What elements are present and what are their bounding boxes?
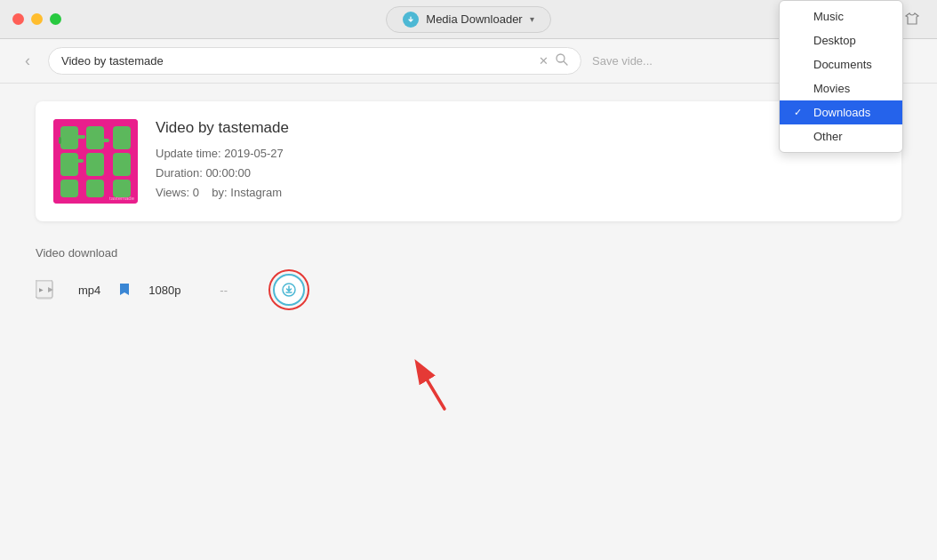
svg-rect-14 bbox=[75, 135, 85, 139]
dropdown-label-downloads: Downloads bbox=[813, 106, 870, 119]
check-icon-downloads: ✓ bbox=[794, 107, 806, 118]
update-time-label: Update time: bbox=[156, 147, 221, 160]
video-meta: Update time: 2019-05-27 Duration: 00:00:… bbox=[156, 144, 884, 203]
by-value: Instagram bbox=[230, 186, 282, 199]
dropdown-item-other[interactable]: Other bbox=[780, 124, 902, 148]
thumbnail-watermark: tastemade bbox=[109, 196, 134, 201]
video-title: Video by tastemade bbox=[156, 119, 884, 137]
svg-rect-8 bbox=[60, 153, 78, 176]
window-controls bbox=[12, 13, 61, 25]
dropdown-label-music: Music bbox=[813, 10, 844, 23]
app-window: Media Downloader ▾ ‹ ✕ Save vide... bbox=[0, 0, 937, 560]
duration-label: Duration: bbox=[156, 166, 203, 180]
search-input[interactable] bbox=[61, 54, 532, 68]
dropdown-item-desktop[interactable]: Desktop bbox=[780, 28, 902, 52]
save-video-label: Save vide... bbox=[592, 54, 653, 68]
bookmark-icon bbox=[118, 282, 131, 299]
svg-rect-9 bbox=[86, 153, 104, 176]
shirt-icon[interactable] bbox=[900, 7, 925, 32]
app-title: Media Downloader bbox=[426, 12, 522, 26]
dropdown-label-desktop: Desktop bbox=[813, 34, 856, 47]
app-title-pill[interactable]: Media Downloader ▾ bbox=[386, 6, 550, 33]
svg-rect-5 bbox=[59, 137, 61, 144]
video-file-icon: ▶ bbox=[36, 280, 60, 300]
video-card: tastemade Video by tastemade Update time… bbox=[36, 101, 901, 221]
update-time-value: 2019-05-27 bbox=[224, 147, 284, 160]
svg-rect-10 bbox=[113, 153, 131, 176]
chevron-down-icon: ▾ bbox=[530, 14, 534, 24]
duration: Duration: 00:00:00 bbox=[156, 164, 884, 183]
dropdown-label-documents: Documents bbox=[813, 58, 872, 71]
search-icon[interactable] bbox=[556, 53, 568, 68]
update-time: Update time: 2019-05-27 bbox=[156, 144, 884, 164]
duration-value: 00:00:00 bbox=[205, 166, 251, 180]
dash-label: -- bbox=[220, 284, 255, 297]
arrow-annotation bbox=[404, 342, 467, 417]
by-label: by: bbox=[212, 186, 227, 199]
download-section: Video download ▶ mp4 bbox=[36, 246, 901, 309]
svg-rect-11 bbox=[60, 180, 78, 197]
dropdown-item-downloads[interactable]: ✓ Downloads bbox=[780, 100, 902, 124]
back-button[interactable]: ‹ bbox=[18, 48, 37, 74]
svg-line-2 bbox=[564, 61, 567, 65]
dropdown-item-music[interactable]: Music bbox=[780, 4, 902, 28]
clear-icon[interactable]: ✕ bbox=[539, 54, 549, 68]
close-button[interactable] bbox=[12, 13, 24, 25]
titlebar-right bbox=[900, 7, 925, 32]
dropdown-label-other: Other bbox=[813, 130, 843, 143]
video-thumbnail: tastemade bbox=[53, 119, 138, 204]
format-badge: mp4 bbox=[78, 284, 100, 297]
download-button-container bbox=[273, 274, 305, 306]
resolution: 1080p bbox=[148, 284, 202, 297]
dropdown-menu: Music Desktop Documents Movies ✓ Downloa… bbox=[779, 0, 903, 153]
svg-rect-12 bbox=[86, 180, 104, 197]
svg-rect-13 bbox=[113, 180, 131, 197]
check-icon-documents bbox=[794, 60, 806, 70]
svg-rect-7 bbox=[113, 126, 131, 149]
check-icon-music bbox=[794, 12, 806, 22]
section-label: Video download bbox=[36, 246, 901, 260]
maximize-button[interactable] bbox=[50, 13, 61, 25]
views-label: Views: 0 bbox=[156, 186, 199, 199]
video-info: Video by tastemade Update time: 2019-05-… bbox=[156, 119, 884, 203]
app-download-icon bbox=[403, 12, 419, 28]
search-bar[interactable]: ✕ bbox=[48, 47, 581, 75]
check-icon-other bbox=[794, 132, 806, 142]
views-by: Views: 0 by: Instagram bbox=[156, 183, 884, 203]
download-button[interactable] bbox=[273, 274, 305, 306]
minimize-button[interactable] bbox=[31, 13, 43, 25]
svg-text:▶: ▶ bbox=[39, 287, 44, 292]
dropdown-item-movies[interactable]: Movies bbox=[780, 76, 902, 100]
check-icon-desktop bbox=[794, 36, 806, 46]
svg-rect-16 bbox=[71, 159, 84, 163]
svg-rect-6 bbox=[86, 126, 104, 149]
check-icon-movies bbox=[794, 84, 806, 94]
download-row: ▶ mp4 1080p -- bbox=[36, 270, 901, 309]
svg-rect-15 bbox=[100, 139, 109, 142]
dropdown-item-documents[interactable]: Documents bbox=[780, 52, 902, 76]
dropdown-label-movies: Movies bbox=[813, 82, 850, 95]
